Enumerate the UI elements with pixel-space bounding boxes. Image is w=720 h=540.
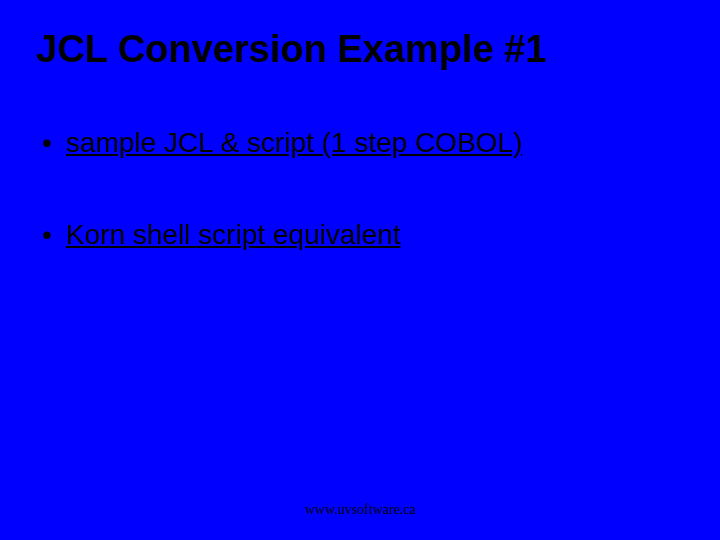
bullet-text[interactable]: sample JCL & script (1 step COBOL) <box>66 125 522 161</box>
bullet-item: • sample JCL & script (1 step COBOL) <box>42 125 684 161</box>
bullet-dot-icon: • <box>42 217 52 253</box>
footer-url: www.uvsoftware.ca <box>0 502 720 518</box>
slide: JCL Conversion Example #1 • sample JCL &… <box>0 0 720 540</box>
bullet-text[interactable]: Korn shell script equivalent <box>66 217 401 253</box>
bullet-item: • Korn shell script equivalent <box>42 217 684 253</box>
bullet-list: • sample JCL & script (1 step COBOL) • K… <box>36 125 684 253</box>
slide-title: JCL Conversion Example #1 <box>36 28 684 71</box>
bullet-dot-icon: • <box>42 125 52 161</box>
